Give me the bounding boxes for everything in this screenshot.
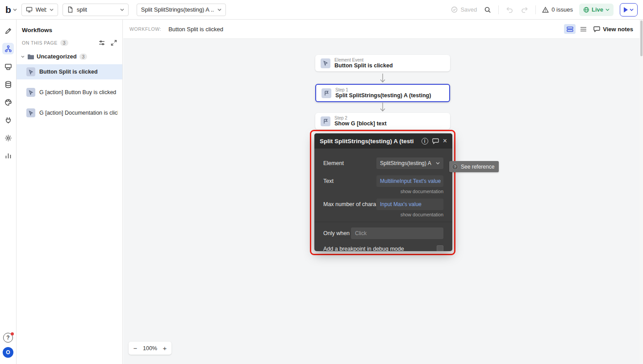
node-title: Show G [block] text [334, 120, 387, 127]
settings-tab[interactable] [2, 132, 14, 144]
play-icon [624, 7, 628, 12]
plugins-tab[interactable] [2, 114, 14, 126]
max-show-documentation-link[interactable]: show documentation [323, 212, 443, 217]
max-expression-value: Input Max's value [380, 201, 422, 207]
check-circle-icon [451, 6, 458, 13]
zoom-out-button[interactable]: − [131, 344, 139, 352]
list-view-button[interactable] [577, 24, 589, 34]
panel-section-header: ON THIS PAGE 3 [17, 38, 122, 50]
topbar-left: b Web split Split SplitStrings(testing) … [0, 4, 226, 16]
max-expression-field[interactable]: Input Max's value [376, 199, 443, 210]
issues-button[interactable]: 0 issues [542, 6, 573, 13]
bubble-logo-menu[interactable]: b [5, 5, 17, 14]
page-dropdown[interactable]: split [63, 4, 129, 16]
only-when-input[interactable]: Click [351, 228, 443, 239]
element-event-icon [321, 58, 330, 68]
workflow-node-step2[interactable]: Step 2 Show G [block] text [315, 113, 450, 129]
globe-icon [583, 7, 589, 13]
workflow-list-item[interactable]: G [action] Button Buy is clicked [17, 85, 122, 100]
workflow-icon [4, 45, 12, 53]
design-tab[interactable] [2, 25, 14, 37]
undo-button[interactable] [505, 5, 514, 14]
comment-button[interactable] [432, 138, 439, 144]
live-label: Live [592, 6, 603, 13]
workflow-dropdown[interactable]: Split SplitStrings(testing) A ... [137, 4, 226, 16]
breakpoint-checkbox[interactable] [437, 245, 443, 251]
chart-icon [4, 152, 12, 160]
saved-label: Saved [460, 6, 477, 13]
folder-icon [27, 54, 34, 59]
divider [498, 5, 499, 14]
node-title: Button Split is clicked [334, 62, 393, 69]
view-notes-button[interactable]: View notes [593, 26, 633, 33]
workflow-dropdown-label: Split SplitStrings(testing) A ... [141, 6, 214, 13]
workflows-panel: Workflows ON THIS PAGE 3 Uncategorized 3… [17, 20, 123, 364]
panel-title: Workflows [17, 20, 122, 38]
workflow-tab[interactable] [2, 43, 14, 54]
redo-icon [521, 6, 528, 13]
workflow-node-event[interactable]: Element Event Button Split is clicked [315, 55, 450, 71]
property-editor-body: Element SplitStrings(testing) A Text Mul… [314, 149, 452, 251]
avatar-initial: O [6, 349, 10, 356]
workflow-chip-icon [26, 108, 35, 117]
info-button[interactable]: i [422, 138, 428, 145]
workflow-chip-icon [26, 67, 35, 76]
only-when-row: Only when Click [323, 228, 443, 239]
expand-icon[interactable] [111, 40, 117, 46]
chevron-down-icon [50, 8, 54, 11]
text-show-documentation-link[interactable]: show documentation [323, 189, 443, 194]
canvas-body[interactable]: Element Event Button Split is clicked St… [123, 39, 639, 364]
search-button[interactable] [483, 5, 492, 14]
text-expression-field[interactable]: MultilineInput Text's value [376, 175, 443, 187]
workflow-list-item[interactable]: G [action] Documentation is click... [17, 105, 122, 120]
search-icon [484, 6, 491, 13]
live-button[interactable]: Live [579, 4, 614, 16]
chevron-down-icon [13, 8, 17, 11]
data-tab[interactable] [2, 79, 14, 90]
see-reference-label: See reference [461, 164, 494, 170]
property-editor-titlebar[interactable]: Split SplitStrings(testing) A (testi i × [314, 133, 452, 149]
redo-button[interactable] [520, 5, 529, 14]
card-view-button[interactable] [564, 24, 576, 34]
section-label: ON THIS PAGE [22, 40, 58, 46]
page-icon [67, 6, 74, 13]
issues-label: 0 issues [551, 6, 573, 13]
help-button[interactable]: ? [3, 333, 13, 343]
filter-icon[interactable] [99, 40, 105, 46]
workflow-item-label: Button Split is clicked [39, 69, 98, 75]
user-avatar[interactable]: O [3, 347, 13, 358]
titlebar-icons: i × [422, 137, 447, 145]
scrollbar[interactable] [639, 20, 643, 364]
workflow-list-item[interactable]: Button Split is clicked [17, 64, 122, 79]
scrollbar-thumb[interactable] [640, 21, 643, 56]
action-property-editor: Split SplitStrings(testing) A (testi i × [314, 133, 452, 251]
folder-uncategorized[interactable]: Uncategorized 3 [17, 50, 122, 62]
rail-bottom: ? O [3, 333, 13, 358]
divider [535, 5, 536, 14]
help-glyph: ? [6, 335, 9, 341]
platform-dropdown[interactable]: Web [21, 4, 58, 16]
annotation-red-ring: Split SplitStrings(testing) A (testi i × [310, 130, 455, 255]
flow-arrow-icon [380, 73, 386, 84]
see-reference-tooltip[interactable]: ? See reference [449, 161, 499, 172]
responsive-tab[interactable] [2, 61, 14, 72]
view-notes-label: View notes [603, 26, 633, 33]
styles-tab[interactable] [2, 96, 14, 108]
zoom-in-button[interactable]: + [161, 344, 169, 352]
element-label: Element [323, 160, 376, 166]
close-button[interactable]: × [443, 137, 447, 145]
preview-run-button[interactable] [620, 3, 638, 17]
only-when-label: Only when [323, 230, 351, 236]
canvas-header-actions: View notes [564, 24, 633, 34]
comment-icon [593, 26, 600, 32]
step-flag-icon [322, 88, 331, 98]
folder-name: Uncategorized [37, 53, 77, 60]
element-dropdown[interactable]: SplitStrings(testing) A [376, 157, 443, 169]
text-expression-value: MultilineInput Text's value [380, 178, 441, 184]
workflow-node-step1[interactable]: Step 1 Split SplitStrings(testing) A (te… [315, 84, 450, 102]
chevron-down-icon [605, 8, 610, 11]
folder-count-badge: 3 [79, 54, 88, 60]
topbar-right: Saved 0 issues Live [451, 3, 643, 17]
database-icon [4, 81, 12, 88]
logs-tab[interactable] [2, 150, 14, 161]
